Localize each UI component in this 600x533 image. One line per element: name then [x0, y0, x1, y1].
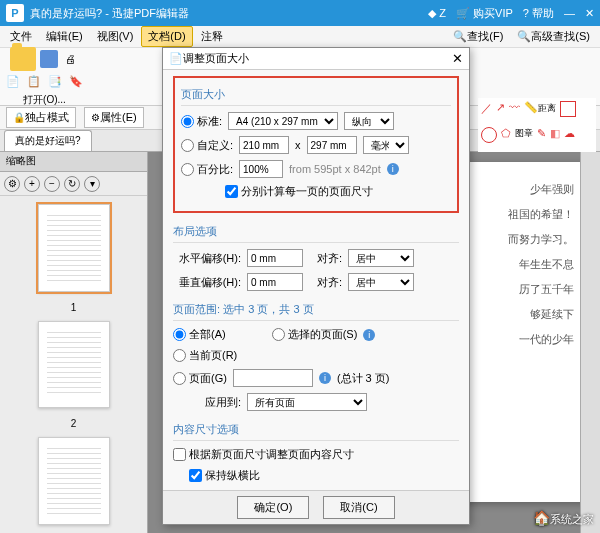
height-input[interactable] — [307, 136, 357, 154]
selected-pages-radio[interactable]: 选择的页面(S) — [272, 327, 358, 342]
tool-icon[interactable]: 📑 — [46, 73, 64, 91]
unit-select[interactable]: 毫米 — [363, 136, 409, 154]
zigzag-shape-icon[interactable]: 〰 — [509, 101, 520, 123]
from-text: from 595pt x 842pt — [289, 163, 381, 175]
calc-each-checkbox[interactable]: 分别计算每一页的页面尺寸 — [225, 184, 373, 199]
title-bar: P 真的是好运吗? - 迅捷PDF编辑器 ◆ Z 🛒 购买VIP ? 帮助 — … — [0, 0, 600, 26]
standard-radio[interactable]: 标准: — [181, 114, 222, 129]
menu-edit[interactable]: 编辑(E) — [40, 27, 89, 46]
v-align-select[interactable]: 居中 — [348, 273, 414, 291]
rect-shape-icon[interactable] — [560, 101, 576, 117]
line-shape-icon[interactable]: ／ — [481, 101, 492, 123]
info-icon[interactable]: i — [387, 163, 399, 175]
menu-advanced-find[interactable]: 🔍高级查找(S) — [511, 27, 596, 46]
paper-size-select[interactable]: A4 (210 x 297 mm) — [228, 112, 338, 130]
user-icon[interactable]: ◆ Z — [428, 7, 446, 20]
open-folder-icon[interactable] — [10, 47, 36, 71]
resize-content-checkbox[interactable]: 根据新页面尺寸调整页面内容尺寸 — [173, 447, 354, 462]
pencil-shape-icon[interactable]: ✎ — [537, 127, 546, 149]
buy-vip-link[interactable]: 🛒 购买VIP — [456, 6, 513, 21]
properties-button[interactable]: ⚙属性(E) — [84, 107, 144, 128]
document-tab[interactable]: 真的是好运吗? — [4, 130, 92, 151]
zoom-out-icon[interactable]: − — [44, 176, 60, 192]
menu-bar: 文件 编辑(E) 视图(V) 文档(D) 注释 🔍查找(F) 🔍高级查找(S) — [0, 26, 600, 48]
tool-icon[interactable]: 📄 — [4, 73, 22, 91]
polygon-shape-icon[interactable]: ⬠ — [501, 127, 511, 149]
info-icon[interactable]: i — [363, 329, 375, 341]
stamp-tool[interactable]: 图章 — [515, 127, 533, 149]
arrow-shape-icon[interactable]: ↗ — [496, 101, 505, 123]
width-input[interactable] — [239, 136, 289, 154]
percent-input[interactable] — [239, 160, 283, 178]
menu-view[interactable]: 视图(V) — [91, 27, 140, 46]
menu-find[interactable]: 🔍查找(F) — [447, 27, 509, 46]
page-thumbnail[interactable] — [38, 321, 110, 409]
minimize-icon[interactable]: — — [564, 7, 575, 19]
help-link[interactable]: ? 帮助 — [523, 6, 554, 21]
options-icon[interactable]: ⚙ — [4, 176, 20, 192]
content-size-section: 内容尺寸选项 根据新页面尺寸调整页面内容尺寸 保持纵横比 缩放批注和表单字段 缩… — [173, 419, 459, 490]
all-pages-radio[interactable]: 全部(A) — [173, 327, 226, 342]
sidebar-tools: ⚙ + − ↻ ▾ — [0, 172, 147, 196]
h-offset-input[interactable] — [247, 249, 303, 267]
custom-radio[interactable]: 自定义: — [181, 138, 233, 153]
page-size-section: 页面大小 标准: A4 (210 x 297 mm) 纵向 自定义: x 毫米 … — [173, 76, 459, 213]
shapes-panel: ／ ↗ 〰 📏距离 ⬠ 图章 ✎ ◧ ☁ — [478, 98, 596, 152]
menu-document[interactable]: 文档(D) — [141, 26, 192, 47]
current-page-radio[interactable]: 当前页(R) — [173, 348, 237, 363]
apply-to-select[interactable]: 所有页面 — [247, 393, 367, 411]
section-title: 页面大小 — [181, 84, 451, 106]
pages-input[interactable] — [233, 369, 313, 387]
tool-icon[interactable]: 📋 — [25, 73, 43, 91]
orientation-select[interactable]: 纵向 — [344, 112, 394, 130]
print-icon[interactable]: 🖨 — [62, 50, 80, 68]
v-offset-input[interactable] — [247, 273, 303, 291]
info-icon[interactable]: i — [319, 372, 331, 384]
save-icon[interactable] — [40, 50, 58, 68]
thumbnail-sidebar: 缩略图 ⚙ + − ↻ ▾ 1 2 — [0, 152, 148, 533]
dialog-close-icon[interactable]: ✕ — [452, 51, 463, 66]
zoom-in-icon[interactable]: + — [24, 176, 40, 192]
distance-tool[interactable]: 📏距离 — [524, 101, 556, 123]
resize-page-dialog: 📄 调整页面大小 ✕ 页面大小 标准: A4 (210 x 297 mm) 纵向… — [162, 47, 470, 525]
exclusive-mode-button[interactable]: 🔒独占模式 — [6, 107, 76, 128]
page-thumbnail[interactable] — [38, 437, 110, 525]
page-thumbnail[interactable] — [38, 204, 110, 292]
app-logo-icon: P — [6, 4, 24, 22]
page-range-section: 页面范围: 选中 3 页，共 3 页 全部(A) 选择的页面(S) i 当前页(… — [173, 299, 459, 411]
layout-section: 布局选项 水平偏移(H): 对齐: 居中 垂直偏移(H): 对齐: 居中 — [173, 221, 459, 291]
sidebar-title: 缩略图 — [0, 152, 147, 172]
cloud-shape-icon[interactable]: ☁ — [564, 127, 575, 149]
keep-ratio-checkbox[interactable]: 保持纵横比 — [189, 468, 260, 483]
right-strip — [580, 152, 600, 533]
menu-comment[interactable]: 注释 — [195, 27, 229, 46]
tool-icon[interactable]: 🔖 — [67, 73, 85, 91]
thumb-number: 1 — [71, 302, 77, 313]
open-label[interactable]: 打开(O)... — [23, 93, 66, 107]
rotate-icon[interactable]: ↻ — [64, 176, 80, 192]
circle-shape-icon[interactable] — [481, 127, 497, 143]
dialog-icon: 📄 — [169, 52, 183, 65]
eraser-icon[interactable]: ◧ — [550, 127, 560, 149]
dialog-title: 调整页面大小 — [183, 51, 452, 66]
percent-radio[interactable]: 百分比: — [181, 162, 233, 177]
h-align-select[interactable]: 居中 — [348, 249, 414, 267]
close-icon[interactable]: ✕ — [585, 7, 594, 20]
ok-button[interactable]: 确定(O) — [237, 496, 309, 519]
watermark: 🏠系统之家 — [533, 510, 594, 527]
cancel-button[interactable]: 取消(C) — [323, 496, 394, 519]
window-title: 真的是好运吗? - 迅捷PDF编辑器 — [30, 6, 428, 21]
more-icon[interactable]: ▾ — [84, 176, 100, 192]
pages-radio[interactable]: 页面(G) — [173, 371, 227, 386]
thumb-number: 2 — [71, 418, 77, 429]
